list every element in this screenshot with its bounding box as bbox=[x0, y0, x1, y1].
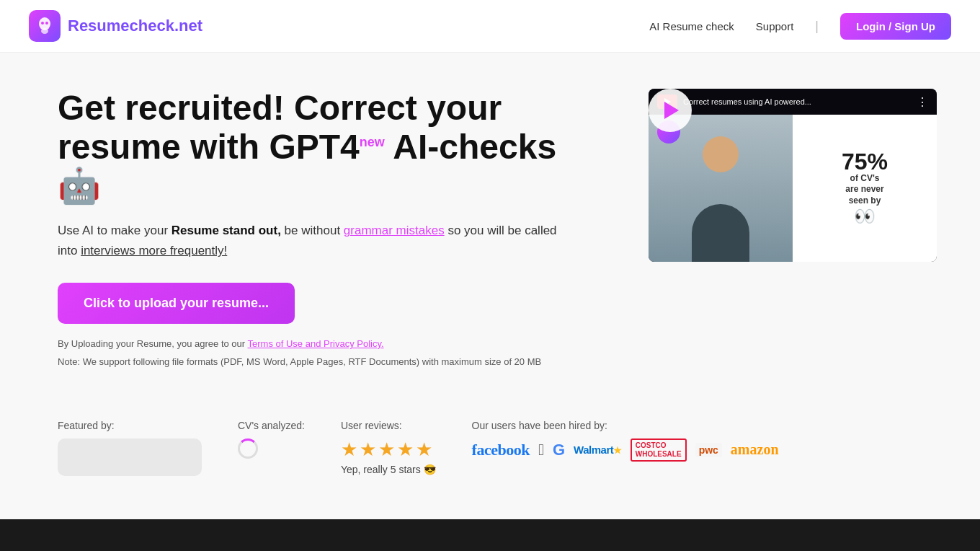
terms-note: By Uploading your Resume, you agree to o… bbox=[58, 338, 562, 349]
featured-by-placeholder bbox=[58, 438, 202, 476]
nav-divider: | bbox=[815, 19, 819, 34]
person-head bbox=[703, 136, 739, 172]
cvs-analyzed-section: CV's analyzed: bbox=[238, 420, 305, 462]
video-more-options[interactable]: ⋮ bbox=[917, 95, 928, 109]
walmart-logo: Walmart★ bbox=[574, 444, 622, 456]
stat-emoji: 👀 bbox=[854, 206, 876, 226]
google-logo: G bbox=[553, 441, 565, 459]
hired-by-section: Our users have been hired by: facebook … bbox=[472, 420, 779, 462]
star-5: ★ bbox=[416, 438, 432, 461]
svg-point-3 bbox=[45, 22, 48, 25]
logo-wordmark: Resumecheck.net bbox=[68, 17, 202, 35]
file-format-note: Note: We support following file formats … bbox=[58, 355, 562, 369]
logo[interactable]: Resumecheck.net bbox=[29, 10, 202, 42]
featured-by-section: Featured by: bbox=[58, 420, 202, 476]
video-play-button[interactable] bbox=[649, 89, 692, 132]
star-3: ★ bbox=[378, 438, 395, 461]
navigation: Resumecheck.net AI Resume check Support … bbox=[0, 0, 980, 53]
nav-links: AI Resume check Support | Login / Sign U… bbox=[649, 13, 951, 40]
star-1: ★ bbox=[341, 438, 357, 461]
company-logos: facebook  G Walmart★ COSTCOWHOLESALE pw… bbox=[472, 438, 779, 462]
svg-point-2 bbox=[41, 22, 44, 25]
pwc-logo: pwc bbox=[695, 443, 722, 457]
terms-link[interactable]: Terms of Use and Privacy Policy. bbox=[248, 338, 384, 349]
stat-description: of CV'sare neverseen by bbox=[845, 173, 883, 207]
interviews-link[interactable]: interviews more frequently! bbox=[81, 244, 227, 257]
hero-description: Use AI to make your Resume stand out, be… bbox=[58, 221, 562, 261]
new-badge: new bbox=[360, 135, 385, 149]
star-4: ★ bbox=[397, 438, 414, 461]
desc-highlight: Resume stand out, bbox=[172, 224, 281, 237]
main-heading: Get recruited! Correct your resume with … bbox=[58, 89, 562, 205]
video-title: Correct resumes using AI powered... bbox=[683, 97, 911, 107]
main-content: Get recruited! Correct your resume with … bbox=[0, 53, 980, 413]
login-signup-button[interactable]: Login / Sign Up bbox=[840, 13, 951, 40]
apple-logo:  bbox=[538, 441, 544, 459]
bottom-section: Featured by: CV's analyzed: User reviews… bbox=[0, 413, 980, 505]
cvs-label: CV's analyzed: bbox=[238, 420, 305, 431]
featured-label: Featured by: bbox=[58, 420, 202, 431]
footer bbox=[0, 519, 980, 551]
hero-left: Get recruited! Correct your resume with … bbox=[58, 89, 562, 391]
nav-ai-resume-check[interactable]: AI Resume check bbox=[649, 20, 734, 32]
stat-percentage: 75% bbox=[842, 150, 888, 173]
star-2: ★ bbox=[360, 438, 376, 461]
video-thumbnail[interactable]: Correct resumes using AI powered... ⋮ 75… bbox=[649, 89, 937, 262]
star-rating: ★ ★ ★ ★ ★ bbox=[341, 438, 436, 461]
hired-label: Our users have been hired by: bbox=[472, 420, 779, 431]
grammar-mistakes-link[interactable]: grammar mistakes bbox=[344, 224, 445, 237]
person-body bbox=[692, 204, 749, 262]
user-reviews-section: User reviews: ★ ★ ★ ★ ★ Yep, really 5 st… bbox=[341, 420, 436, 475]
amazon-logo: amazon bbox=[731, 441, 779, 458]
video-panel: Correct resumes using AI powered... ⋮ 75… bbox=[649, 89, 937, 262]
video-top-bar: Correct resumes using AI powered... ⋮ bbox=[649, 89, 937, 115]
facebook-logo: facebook bbox=[472, 441, 530, 459]
nav-support[interactable]: Support bbox=[756, 20, 794, 32]
logo-icon bbox=[29, 10, 61, 42]
video-stat-overlay: 75% of CV'sare neverseen by 👀 bbox=[793, 115, 937, 262]
play-triangle-icon bbox=[664, 102, 679, 119]
cvs-spinner bbox=[238, 438, 258, 459]
svg-point-1 bbox=[41, 28, 48, 34]
reviews-label: User reviews: bbox=[341, 420, 436, 431]
costco-logo: COSTCOWHOLESALE bbox=[631, 438, 687, 462]
review-text: Yep, really 5 stars 😎 bbox=[341, 464, 436, 475]
upload-resume-button[interactable]: Click to upload your resume... bbox=[58, 283, 295, 324]
